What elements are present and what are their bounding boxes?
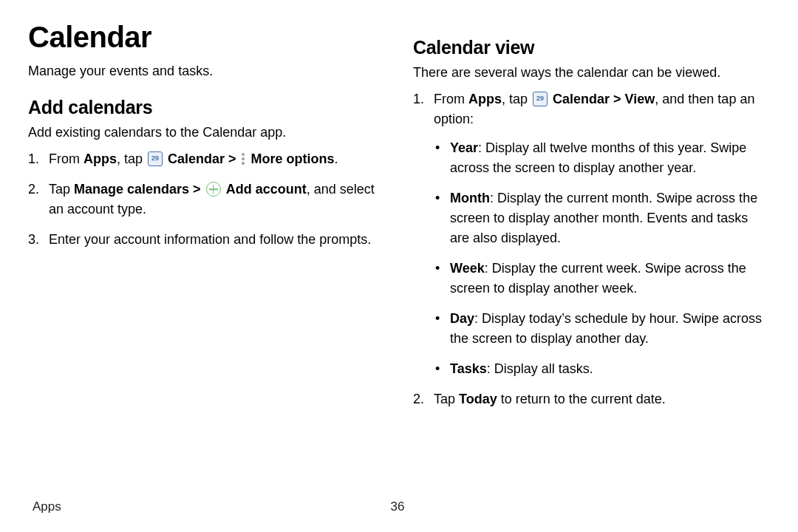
apps-label: Apps bbox=[83, 151, 117, 166]
option-month: Month: Display the current month. Swipe … bbox=[434, 188, 763, 248]
text: Tap bbox=[49, 182, 74, 197]
apps-label: Apps bbox=[468, 92, 502, 106]
page-number: 36 bbox=[391, 499, 405, 514]
text: , tap bbox=[502, 92, 531, 106]
calendar-view-intro: There are several ways the calendar can … bbox=[413, 63, 763, 82]
chevron: > bbox=[610, 92, 625, 106]
option-day: Day: Display today’s schedule by hour. S… bbox=[434, 309, 763, 349]
label: Week bbox=[450, 261, 485, 276]
text: , tap bbox=[117, 151, 146, 166]
manage-calendars-label: Manage calendars bbox=[74, 182, 189, 197]
page-intro: Manage your events and tasks. bbox=[28, 61, 378, 81]
label: Month bbox=[450, 191, 490, 205]
manual-page: Calendar Manage your events and tasks. A… bbox=[0, 0, 798, 532]
label: Day bbox=[450, 311, 474, 326]
calendar-view-heading: Calendar view bbox=[413, 37, 763, 58]
add-calendars-steps: From Apps, tap Calendar > More options. … bbox=[28, 149, 378, 250]
two-column-layout: Calendar Manage your events and tasks. A… bbox=[28, 21, 763, 420]
right-column: Calendar view There are several ways the… bbox=[413, 21, 763, 420]
label: Tasks bbox=[450, 361, 487, 376]
footer-section-label: Apps bbox=[33, 499, 61, 514]
label: Year bbox=[450, 140, 478, 155]
add-icon bbox=[206, 182, 221, 197]
calendar-icon bbox=[533, 92, 548, 106]
text: From bbox=[434, 92, 468, 106]
text: : Display the current month. Swipe acros… bbox=[450, 191, 757, 245]
add-calendars-heading: Add calendars bbox=[28, 97, 378, 118]
text: : Display all tasks. bbox=[487, 361, 593, 376]
text: : Display the current week. Swipe across… bbox=[450, 261, 746, 296]
chevron: > bbox=[189, 182, 205, 197]
text: : Display today’s schedule by hour. Swip… bbox=[450, 311, 762, 346]
view-label: View bbox=[625, 92, 655, 106]
left-column: Calendar Manage your events and tasks. A… bbox=[28, 21, 378, 420]
step-1: From Apps, tap Calendar > More options. bbox=[28, 149, 378, 169]
page-footer: Apps 36 bbox=[33, 499, 763, 514]
page-title: Calendar bbox=[28, 21, 378, 54]
add-calendars-desc: Add existing calendars to the Calendar a… bbox=[28, 123, 378, 142]
calendar-label: Calendar bbox=[168, 151, 225, 166]
view-options-list: Year: Display all twelve months of this … bbox=[434, 138, 763, 379]
option-year: Year: Display all twelve months of this … bbox=[434, 138, 763, 178]
text: : Display all twelve months of this year… bbox=[450, 140, 746, 175]
calendar-label: Calendar bbox=[553, 92, 610, 106]
calendar-view-steps: From Apps, tap Calendar > View, and then… bbox=[413, 89, 763, 409]
chevron: > bbox=[225, 151, 240, 166]
text: From bbox=[49, 151, 83, 166]
option-tasks: Tasks: Display all tasks. bbox=[434, 359, 763, 379]
option-week: Week: Display the current week. Swipe ac… bbox=[434, 259, 763, 299]
text: Tap bbox=[434, 392, 459, 406]
calendar-icon bbox=[148, 151, 163, 166]
today-label: Today bbox=[459, 392, 497, 406]
text: to return to the current date. bbox=[497, 392, 666, 406]
step-2: Tap Manage calendars > Add account, and … bbox=[28, 180, 378, 219]
more-options-label: More options bbox=[251, 151, 335, 166]
view-step-2: Tap Today to return to the current date. bbox=[413, 389, 763, 409]
text: . bbox=[335, 151, 338, 166]
more-options-icon bbox=[242, 153, 246, 165]
step-3: Enter your account information and follo… bbox=[28, 230, 378, 250]
view-step-1: From Apps, tap Calendar > View, and then… bbox=[413, 89, 763, 379]
add-account-label: Add account bbox=[226, 182, 307, 197]
